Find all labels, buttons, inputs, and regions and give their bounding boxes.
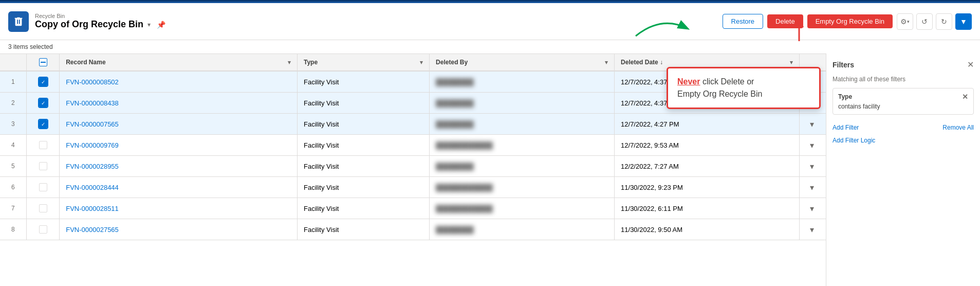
col-header-name[interactable]: Record Name ▾: [60, 54, 298, 71]
row-checkbox[interactable]: ✓: [39, 99, 47, 107]
table-row: 5FVN-0000028955Facility Visit████████12/…: [0, 156, 826, 177]
row-checkbox-cell: ✓: [26, 71, 59, 93]
row-checkbox-cell: [26, 177, 59, 198]
row-record-name[interactable]: FVN-0000007565: [60, 114, 298, 135]
add-filter-logic: Add Filter Logic: [833, 136, 974, 144]
table-row: 7FVN-0000028511Facility Visit███████████…: [0, 198, 826, 219]
pin-icon[interactable]: 📌: [157, 21, 165, 29]
filter-chip-type: Type ✕ contains facility: [833, 88, 974, 115]
green-arrow: [631, 10, 692, 41]
row-deleted-by: ████████: [430, 114, 615, 135]
header-text: Recycle Bin Copy of Org Recycle Bin ▾ 📌: [35, 13, 165, 30]
row-deleted-by: ████████████: [430, 177, 615, 198]
filter-button[interactable]: ▼: [955, 13, 972, 30]
selected-count: 3 items selected: [8, 43, 53, 50]
row-action-button[interactable]: ▾: [806, 223, 818, 236]
col-header-type[interactable]: Type ▾: [298, 54, 430, 71]
col-header-deleted-by[interactable]: Deleted By ▾: [430, 54, 615, 71]
row-record-name[interactable]: FVN-0000028511: [60, 198, 298, 219]
row-number: 3: [0, 114, 26, 135]
row-deleted-date: 11/30/2022, 6:11 PM: [615, 198, 800, 219]
filters-title: Filters: [833, 61, 854, 69]
title-dropdown-icon[interactable]: ▾: [147, 21, 151, 28]
row-action-cell: ▾: [800, 135, 826, 156]
table-row: 6FVN-0000028444Facility Visit███████████…: [0, 177, 826, 198]
row-checkbox-cell: [26, 219, 59, 240]
row-record-name[interactable]: FVN-0000008438: [60, 93, 298, 114]
row-type: Facility Visit: [298, 71, 430, 93]
restore-button[interactable]: Restore: [723, 14, 764, 29]
row-checkbox[interactable]: ✓: [39, 120, 47, 128]
row-record-name[interactable]: FVN-0000028444: [60, 177, 298, 198]
row-action-button[interactable]: ▾: [806, 160, 818, 172]
row-action-cell: ▾: [800, 198, 826, 219]
row-type: Facility Visit: [298, 156, 430, 177]
table-row: 8FVN-0000027565Facility Visit████████11/…: [0, 219, 826, 240]
row-record-name[interactable]: FVN-0000028955: [60, 156, 298, 177]
row-checkbox-cell: ✓: [26, 93, 59, 114]
row-checkbox[interactable]: [39, 183, 47, 191]
refresh-button[interactable]: ↺: [916, 13, 933, 30]
table-row: 4FVN-0000009769Facility Visit███████████…: [0, 135, 826, 156]
page-header: Recycle Bin Copy of Org Recycle Bin ▾ 📌 …: [0, 3, 980, 40]
breadcrumb: Recycle Bin: [35, 13, 165, 19]
filter-chip-header: Type ✕: [838, 93, 968, 101]
row-number: 2: [0, 93, 26, 114]
filter-field-label: Type: [838, 93, 852, 100]
row-checkbox-cell: [26, 156, 59, 177]
row-deleted-date: 11/30/2022, 9:50 AM: [615, 219, 800, 240]
filters-close-button[interactable]: ✕: [967, 60, 974, 69]
row-action-button[interactable]: ▾: [806, 139, 818, 151]
refresh2-button[interactable]: ↻: [936, 13, 952, 30]
empty-org-recycle-bin-button[interactable]: Empty Org Recycle Bin: [807, 14, 893, 28]
row-number: 1: [0, 71, 26, 93]
row-checkbox-cell: [26, 135, 59, 156]
table-container: Record Name ▾ Type ▾: [0, 53, 980, 286]
row-action-button[interactable]: ▾: [806, 181, 818, 193]
row-checkbox[interactable]: [39, 204, 47, 212]
filters-header: Filters ✕: [833, 60, 974, 69]
row-checkbox-cell: [26, 198, 59, 219]
col-name-dropdown-icon[interactable]: ▾: [288, 59, 291, 66]
add-filter-link[interactable]: Add Filter: [833, 124, 859, 131]
row-record-name[interactable]: FVN-0000009769: [60, 135, 298, 156]
refresh2-icon: ↻: [941, 17, 947, 26]
row-action-button[interactable]: ▾: [806, 202, 818, 214]
row-record-name[interactable]: FVN-0000008502: [60, 71, 298, 93]
select-all-checkbox[interactable]: [39, 58, 47, 66]
col-deleted-date-dropdown-icon[interactable]: ▾: [790, 59, 793, 66]
row-number: 4: [0, 135, 26, 156]
row-deleted-by: ████████████: [430, 135, 615, 156]
table-row: 3✓FVN-0000007565Facility Visit████████12…: [0, 114, 826, 135]
filter-chip-close-button[interactable]: ✕: [962, 93, 968, 101]
red-arrow: [779, 10, 820, 46]
gear-dropdown-icon: ▾: [907, 19, 910, 24]
row-deleted-date: 12/7/2022, 4:27 PM: [615, 114, 800, 135]
filter-chip-value: contains facility: [838, 103, 968, 110]
remove-all-link[interactable]: Remove All: [942, 124, 974, 131]
row-number: 6: [0, 177, 26, 198]
row-action-button[interactable]: ▾: [806, 118, 818, 130]
row-action-cell: ▾: [800, 177, 826, 198]
filter-icon: ▼: [960, 17, 967, 26]
row-deleted-date: 12/7/2022, 9:53 AM: [615, 135, 800, 156]
row-checkbox[interactable]: [39, 162, 47, 170]
row-checkbox[interactable]: [39, 225, 47, 234]
row-type: Facility Visit: [298, 135, 430, 156]
gear-button[interactable]: ⚙▾: [897, 13, 913, 30]
row-deleted-date: 12/2/2022, 7:27 AM: [615, 156, 800, 177]
row-deleted-by: ████████: [430, 219, 615, 240]
col-header-check[interactable]: [26, 54, 59, 71]
refresh-icon: ↺: [921, 17, 928, 26]
row-type: Facility Visit: [298, 177, 430, 198]
col-type-dropdown-icon[interactable]: ▾: [420, 59, 423, 66]
row-record-name[interactable]: FVN-0000027565: [60, 219, 298, 240]
row-checkbox[interactable]: ✓: [39, 78, 47, 86]
toolbar-icons: ⚙▾ ↺ ↻ ▼: [897, 13, 972, 30]
row-action-cell: ▾: [800, 219, 826, 240]
col-deleted-by-dropdown-icon[interactable]: ▾: [605, 59, 608, 66]
recycle-bin-icon: [8, 11, 29, 32]
warning-overlay: Never click Delete orEmpty Org Recycle B…: [667, 67, 821, 109]
row-checkbox[interactable]: [39, 141, 47, 149]
add-filter-logic-link[interactable]: Add Filter Logic: [833, 137, 875, 144]
